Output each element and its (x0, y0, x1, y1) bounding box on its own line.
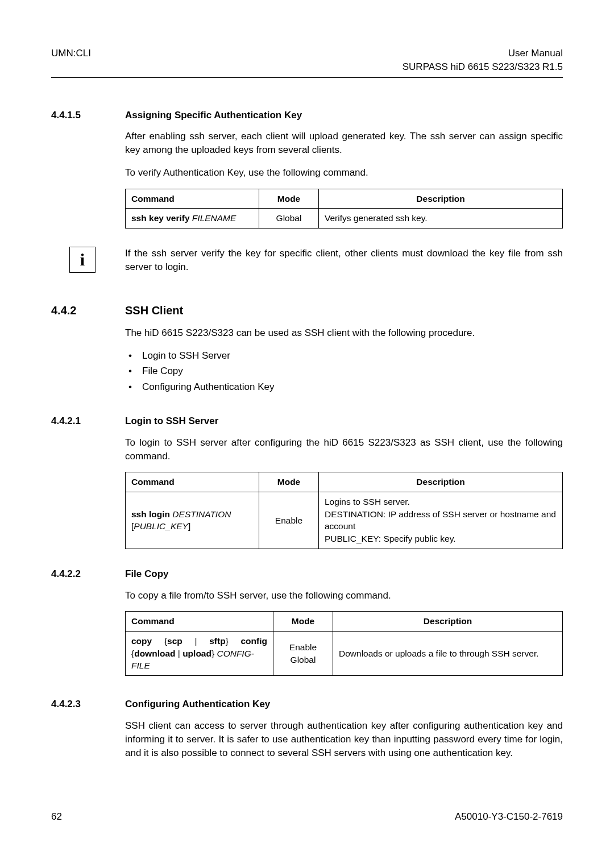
heading-title: Configuring Authentication Key (125, 697, 270, 711)
list-item: File Copy (125, 364, 563, 378)
heading-4-4-2: 4.4.2 SSH Client (51, 302, 563, 318)
table-header-command: Command (126, 612, 273, 632)
list-item: Login to SSH Server (125, 349, 563, 363)
cell-description: Verifys generated ssh key. (319, 209, 563, 229)
cmd-italic: FILENAME (190, 213, 237, 223)
cmd-bold: scp (167, 636, 182, 646)
table-header-description: Description (319, 472, 563, 492)
heading-title: Assigning Specific Authentication Key (125, 109, 302, 122)
cmd-bold: copy (131, 636, 152, 646)
page-header: UMN:CLI User Manual SURPASS hiD 6615 S22… (51, 47, 563, 74)
cell-mode-line: Global (291, 655, 316, 665)
table-row: ssh login DESTINATION [PUBLIC_KEY] Enabl… (126, 492, 563, 549)
cmd-bold: ssh key verify (131, 213, 190, 223)
heading-number: 4.4.2.2 (51, 567, 125, 581)
heading-title: SSH Client (125, 302, 183, 318)
info-icon: i (69, 247, 96, 273)
header-right-sub: SURPASS hiD 6615 S223/S323 R1.5 (403, 60, 563, 74)
table-header-description: Description (319, 189, 563, 209)
table-header-mode: Mode (273, 612, 333, 632)
info-text: If the ssh server verify the key for spe… (125, 247, 563, 274)
heading-number: 4.4.1.5 (51, 109, 125, 122)
cell-mode-line: Enable (289, 642, 317, 652)
bullet-list: Login to SSH Server File Copy Configurin… (125, 349, 563, 394)
heading-4-4-2-2: 4.4.2.2 File Copy (51, 567, 563, 581)
heading-title: Login to SSH Server (125, 414, 218, 428)
heading-number: 4.4.2.3 (51, 697, 125, 711)
page-number: 62 (51, 810, 62, 824)
command-table-file-copy: Command Mode Description copy {scp | sft… (125, 611, 563, 676)
table-row: copy {scp | sftp} config {download | upl… (126, 632, 563, 676)
list-item: Configuring Authentication Key (125, 380, 563, 394)
cmd-plain: | (176, 649, 183, 658)
cell-desc-line: DESTINATION: IP address of SSH server or… (325, 508, 557, 533)
command-table-ssh-login: Command Mode Description ssh login DESTI… (125, 472, 563, 549)
table-header-command: Command (126, 189, 259, 209)
table-row: ssh key verify FILENAME Global Verifys g… (126, 209, 563, 229)
cmd-bold: ssh login (131, 509, 170, 519)
cell-desc-line: Logins to SSH server. (325, 496, 557, 508)
doc-id: A50010-Y3-C150-2-7619 (455, 810, 563, 824)
table-header-mode: Mode (259, 472, 319, 492)
cmd-bold: download (134, 649, 175, 658)
heading-4-4-2-3: 4.4.2.3 Configuring Authentication Key (51, 697, 563, 711)
table-header-description: Description (333, 612, 563, 632)
heading-4-4-2-1: 4.4.2.1 Login to SSH Server (51, 414, 563, 428)
paragraph: SSH client can access to server through … (125, 719, 563, 759)
cmd-italic: PUBLIC_KEY (134, 521, 188, 531)
page-footer: 62 A50010-Y3-C150-2-7619 (51, 810, 563, 824)
cmd-plain: { (152, 636, 167, 646)
table-header-mode: Mode (259, 189, 319, 209)
heading-4-4-1-5: 4.4.1.5 Assigning Specific Authenticatio… (51, 109, 563, 122)
info-note: i If the ssh server verify the key for s… (51, 247, 563, 274)
command-table-verify-key: Command Mode Description ssh key verify … (125, 189, 563, 229)
cmd-plain: } (226, 636, 241, 646)
heading-number: 4.4.2 (51, 302, 125, 318)
paragraph: After enabling ssh server, each client w… (125, 130, 563, 157)
cell-mode: Global (259, 209, 319, 229)
cmd-bold: sftp (209, 636, 225, 646)
paragraph: To verify Authentication Key, use the fo… (125, 166, 563, 180)
table-header-command: Command (126, 472, 259, 492)
cmd-bold: config (241, 636, 268, 646)
cmd-bold: upload (182, 649, 211, 658)
paragraph: To login to SSH server after configuring… (125, 436, 563, 463)
paragraph: The hiD 6615 S223/S323 can be used as SS… (125, 326, 563, 340)
cell-desc-line: PUBLIC_KEY: Specify public key. (325, 533, 557, 545)
heading-title: File Copy (125, 567, 169, 581)
header-right-top: User Manual (403, 47, 563, 60)
cell-mode: Enable (259, 492, 319, 549)
cmd-plain: | (182, 636, 209, 646)
cmd-italic: DESTINATION (170, 509, 231, 519)
header-left: UMN:CLI (51, 47, 91, 74)
cell-description: Downloads or uploads a file to through S… (333, 632, 563, 676)
heading-number: 4.4.2.1 (51, 414, 125, 428)
paragraph: To copy a file from/to SSH server, use t… (125, 589, 563, 603)
